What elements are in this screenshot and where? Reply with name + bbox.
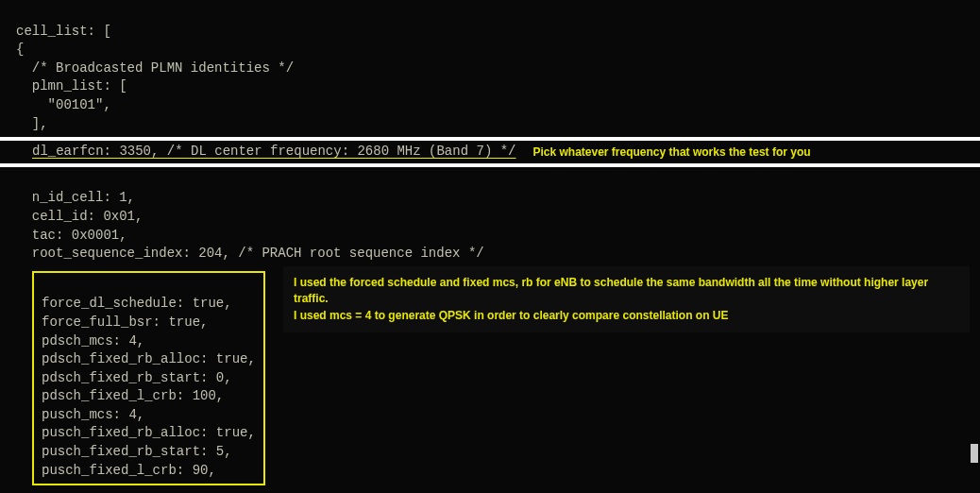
code-line: pdsch_fixed_rb_start: 0, (42, 370, 232, 385)
earfcn-row: dl_earfcn: 3350, /* DL center frequency:… (0, 141, 980, 163)
scrollbar[interactable] (971, 444, 978, 463)
code-line: tac: 0x0001, (16, 228, 127, 243)
annotation-callout: I used the forced schedule and fixed mcs… (283, 266, 970, 332)
config-code-top: cell_list: [ { /* Broadcasted PLMN ident… (0, 0, 980, 137)
code-line: pusch_fixed_rb_start: 5, (42, 444, 232, 459)
highlighted-config-box: force_dl_schedule: true, force_full_bsr:… (32, 271, 265, 486)
code-line: n_id_cell: 1, (16, 190, 135, 205)
code-line: pusch_fixed_rb_alloc: true, (42, 425, 256, 440)
earfcn-code: dl_earfcn: 3350, /* DL center frequency:… (32, 143, 515, 162)
code-line: pdsch_fixed_l_crb: 100, (42, 388, 224, 403)
code-line: pusch_mcs: 4, (42, 407, 144, 422)
section2a: n_id_cell: 1, cell_id: 0x01, tac: 0x0001… (16, 167, 980, 267)
code-line: pdsch_fixed_rb_alloc: true, (42, 351, 256, 366)
code-line: { (16, 42, 24, 57)
config-code-bottom: }, ], /* cell_list */ (16, 485, 980, 493)
annotation-line: I used mcs = 4 to generate QPSK in order… (294, 308, 959, 324)
code-line: plmn_list: [ (16, 78, 127, 94)
code-line: ], (16, 116, 48, 131)
code-line: cell_list: [ (16, 24, 111, 39)
code-line: root_sequence_index: 204, /* PRACH root … (16, 246, 484, 261)
config-code-main: n_id_cell: 1, cell_id: 0x01, tac: 0x0001… (0, 167, 980, 493)
code-line: /* Broadcasted PLMN identities */ (16, 60, 294, 76)
earfcn-annotation: Pick whatever frequency that works the t… (532, 144, 810, 161)
code-line: cell_id: 0x01, (16, 209, 143, 224)
code-line: "00101", (16, 97, 111, 112)
code-line: pdsch_mcs: 4, (42, 333, 144, 348)
code-line: pusch_fixed_l_crb: 90, (42, 463, 216, 478)
code-line: force_full_bsr: true, (42, 314, 208, 330)
annotation-line: I used the forced schedule and fixed mcs… (294, 275, 959, 308)
code-line: force_dl_schedule: true, (42, 296, 232, 311)
